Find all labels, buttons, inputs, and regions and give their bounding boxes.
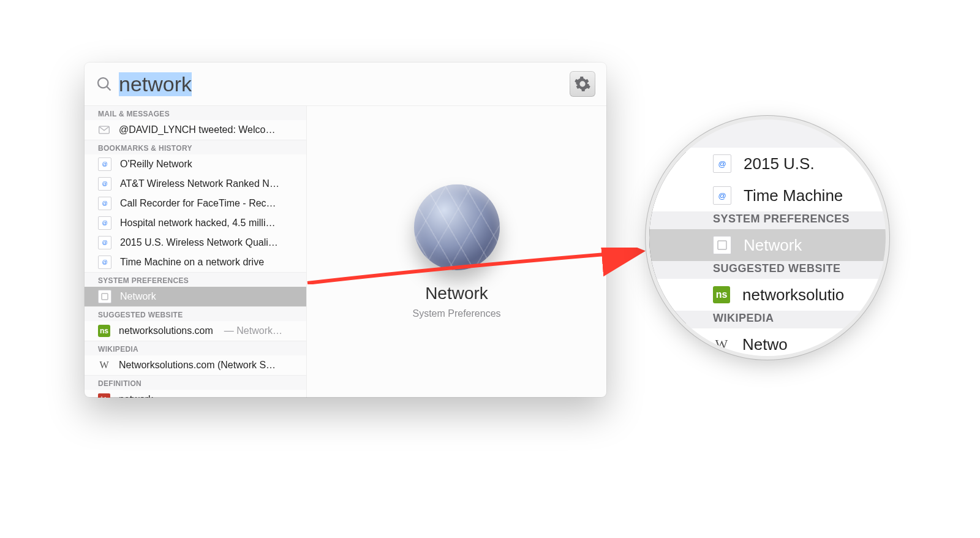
result-bookmarks-2[interactable]: Call Recorder for FaceTime - Rec… [85,194,306,213]
section-header-wikipedia: WIKIPEDIA [85,341,306,355]
search-bar [85,63,606,106]
result-bookmarks-0[interactable]: O'Reilly Network [85,154,306,174]
webloc-icon [713,154,731,173]
result-sysprefs-0[interactable]: Network [85,287,306,306]
result-bookmarks-1[interactable]: AT&T Wireless Network Ranked N… [85,174,306,194]
result-label: @DAVID_LYNCH tweeted: Welco… [119,124,275,135]
webloc-icon [98,236,111,249]
dictionary-icon [98,393,110,398]
lens-header: SUGGESTED WEBSITE [649,261,886,279]
result-label: O'Reilly Network [120,159,192,170]
lens-header: SYSTEM PREFERENCES [649,211,886,229]
mail-icon [98,124,110,136]
search-input[interactable] [113,72,570,96]
webloc-icon [98,157,111,171]
lens-row-text: Netwo [742,335,788,354]
prefpane-icon [98,290,111,303]
section-header-bookmarks: BOOKMARKS & HISTORY [85,140,306,154]
section-header-mail: MAIL & MESSAGES [85,106,306,120]
lens-row: Time Machine [649,180,886,211]
preview-title: Network [425,284,488,303]
ns-favicon: ns [98,325,110,337]
lens-row-text: networksolutio [742,286,844,305]
search-icon [96,75,113,93]
result-definition-0[interactable]: network [85,390,306,398]
lens-row: nsnetworksolutio [649,279,886,311]
result-label: Hospital network hacked, 4.5 milli… [120,218,275,229]
result-extra: — Network… [224,325,282,336]
webloc-icon [713,186,731,205]
webloc-icon [98,177,111,191]
lens-row-text: Network [744,236,802,255]
section-header-definition: DEFINITION [85,375,306,390]
network-globe-icon [414,184,500,270]
prefpane-icon [713,236,731,254]
result-label: Time Machine on a network drive [120,257,264,268]
result-mail-0[interactable]: @DAVID_LYNCH tweeted: Welco… [85,120,306,140]
lens-row-text: Time Machine [744,186,843,205]
lens-row-text: 2015 U.S. [744,154,815,173]
ns-favicon: ns [713,286,730,303]
result-label: 2015 U.S. Wireless Network Quali… [120,237,278,248]
result-bookmarks-3[interactable]: Hospital network hacked, 4.5 milli… [85,213,306,233]
webloc-icon [98,256,111,269]
spotlight-window: MAIL & MESSAGES@DAVID_LYNCH tweeted: Wel… [85,63,606,397]
result-label: AT&T Wireless Network Ranked N… [120,178,279,189]
result-bookmarks-5[interactable]: Time Machine on a network drive [85,252,306,272]
lens-header: WIKIPEDIA [649,311,886,328]
webloc-icon [98,216,111,230]
result-label: Call Recorder for FaceTime - Rec… [120,198,276,209]
result-label: network [119,394,153,398]
svg-point-0 [98,78,108,88]
zoom-callout: 2015 U.S.Time MachineSYSTEM PREFERENCESN… [649,119,886,356]
wikipedia-icon: W [98,359,110,371]
lens-row: 2015 U.S. [649,148,886,180]
result-wikipedia-0[interactable]: WNetworksolutions.com (Network S… [85,355,306,375]
results-list: MAIL & MESSAGES@DAVID_LYNCH tweeted: Wel… [85,106,307,398]
lens-row: WNetwo [649,328,886,356]
preview-subtitle: System Preferences [412,308,500,319]
result-label: Networksolutions.com (Network S… [119,360,276,371]
section-header-sysprefs: SYSTEM PREFERENCES [85,272,306,287]
result-suggested-0[interactable]: nsnetworksolutions.com — Network… [85,321,306,341]
result-label: networksolutions.com [119,325,213,336]
lens-row: Network [649,229,886,261]
gear-icon [570,71,595,97]
wikipedia-icon: W [713,336,730,353]
preview-pane: Network System Preferences [307,106,606,398]
result-bookmarks-4[interactable]: 2015 U.S. Wireless Network Quali… [85,233,306,252]
result-label: Network [120,291,156,302]
svg-line-1 [107,86,110,90]
section-header-suggested: SUGGESTED WEBSITE [85,306,306,321]
webloc-icon [98,197,111,210]
